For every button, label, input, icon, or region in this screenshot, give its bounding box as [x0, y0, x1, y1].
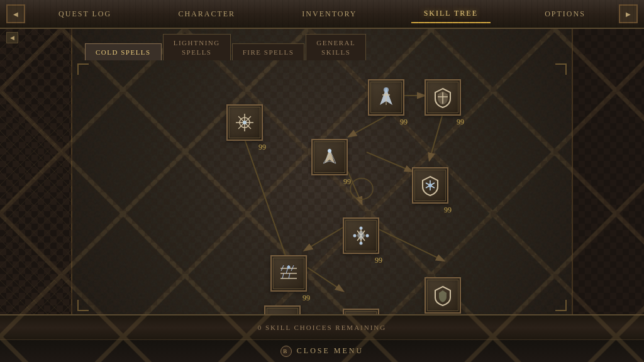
nodes-area: 99 99 — [72, 63, 572, 314]
node-wrapper-3: 99 — [368, 79, 404, 116]
skill-node-frozen-arrow[interactable]: 99 — [368, 79, 404, 116]
svg-line-3 — [348, 172, 362, 204]
skill-icon-lower-shield[interactable] — [425, 277, 461, 314]
node-wrapper-2: 99 — [311, 139, 348, 175]
skill-count-2: 99 — [343, 177, 351, 187]
skill-count-5: 99 — [444, 206, 452, 215]
nav-item-skill-tree[interactable]: Skill Tree — [411, 5, 491, 23]
nav-right-corner[interactable]: ▶ — [619, 4, 638, 23]
skill-count-1: 99 — [258, 143, 266, 152]
node-wrapper-5: 99 — [412, 167, 448, 204]
skill-node-shield-top[interactable]: 99 — [425, 79, 461, 116]
skill-node-lower-shield[interactable]: 99 — [425, 277, 461, 314]
svg-point-33 — [360, 242, 363, 245]
svg-line-43 — [289, 273, 290, 278]
skill-node-blizzard[interactable]: 99 — [270, 255, 307, 292]
skill-icon-ice-bolt[interactable] — [311, 139, 348, 175]
skill-count-6: 99 — [375, 256, 382, 265]
svg-point-21 — [328, 149, 331, 153]
svg-line-6 — [430, 116, 442, 160]
tab-lightning-spells[interactable]: Lightning Spells — [163, 34, 231, 60]
top-nav: ◀ Quest Log Character Inventory Skill Tr… — [0, 0, 644, 29]
svg-point-25 — [384, 87, 389, 92]
node-wrapper-8: 99 — [425, 277, 461, 314]
node-wrapper-10: 99 — [343, 309, 379, 314]
node-wrapper: 99 — [226, 104, 263, 141]
nav-item-inventory[interactable]: Inventory — [289, 6, 369, 23]
skill-icon-snowflake-shield[interactable] — [412, 167, 448, 204]
node-wrapper-4: 99 — [425, 79, 461, 116]
tab-general-skills[interactable]: General Skills — [306, 34, 366, 60]
svg-line-7 — [367, 152, 412, 172]
left-panel-corner: ◀ — [6, 32, 18, 43]
skill-icon-frozen-armor[interactable] — [343, 217, 379, 254]
skill-node-ice-bolt[interactable]: 99 — [311, 139, 348, 175]
skill-icon-frozen-arrow[interactable] — [368, 79, 404, 116]
nav-items: Quest Log Character Inventory Skill Tree… — [25, 5, 619, 23]
skill-count-7: 99 — [303, 293, 310, 303]
skill-node-frozen-armor[interactable]: 99 — [343, 217, 379, 254]
nav-left-corner[interactable]: ◀ — [6, 4, 25, 23]
skill-node-ice-creature[interactable]: 99 — [343, 309, 379, 314]
skill-count-3: 99 — [400, 118, 408, 127]
tab-cold-spells[interactable]: Cold Spells — [85, 43, 162, 60]
right-side-panel — [572, 29, 644, 314]
svg-point-44 — [287, 266, 291, 269]
svg-point-35 — [366, 234, 369, 238]
corner-deco-br — [555, 300, 567, 311]
skill-tree-area: Cold Spells Lightning Spells Fire Spells… — [72, 29, 572, 314]
main-container: ◀ Quest Log Character Inventory Skill Tr… — [0, 0, 644, 362]
svg-point-31 — [428, 184, 432, 187]
middle-section: ◀ Cold Spells Lightning Spells Fire Spel… — [0, 29, 644, 314]
node-wrapper-7: 99 — [270, 255, 307, 292]
svg-line-12 — [308, 268, 343, 291]
svg-line-2 — [245, 140, 289, 265]
tab-fire-spells[interactable]: Fire Spells — [232, 43, 305, 60]
skill-node-ice-burst[interactable]: 99 — [226, 104, 263, 141]
skill-node-snowflake-shield[interactable]: 99 — [412, 167, 448, 204]
svg-line-4 — [349, 116, 386, 136]
corner-deco-bl — [77, 300, 89, 311]
svg-point-32 — [360, 227, 363, 230]
node-wrapper-6: 99 — [343, 217, 379, 254]
nav-item-options[interactable]: Options — [532, 6, 598, 23]
corner-deco-tr — [555, 63, 567, 75]
svg-point-8 — [350, 178, 373, 199]
skill-count-4: 99 — [457, 118, 464, 127]
skill-icon-shield-top[interactable] — [425, 79, 461, 116]
node-wrapper-9: 99 — [264, 305, 301, 314]
nav-item-character[interactable]: Character — [165, 6, 248, 23]
tab-bar: Cold Spells Lightning Spells Fire Spells… — [72, 29, 572, 60]
skill-tree-arrows — [72, 63, 572, 314]
skill-icon-ice-creature[interactable] — [343, 309, 379, 314]
skill-icon-blizzard[interactable] — [270, 255, 307, 292]
svg-point-34 — [353, 234, 357, 238]
svg-point-18 — [243, 121, 247, 124]
skill-icon-ice-burst[interactable] — [226, 104, 263, 141]
svg-line-42 — [282, 273, 284, 278]
corner-deco-tl — [77, 63, 89, 75]
skill-icon-freeze[interactable] — [264, 305, 301, 314]
nav-item-quest-log[interactable]: Quest Log — [46, 6, 124, 23]
skill-node-freeze[interactable]: 99 — [264, 305, 301, 314]
